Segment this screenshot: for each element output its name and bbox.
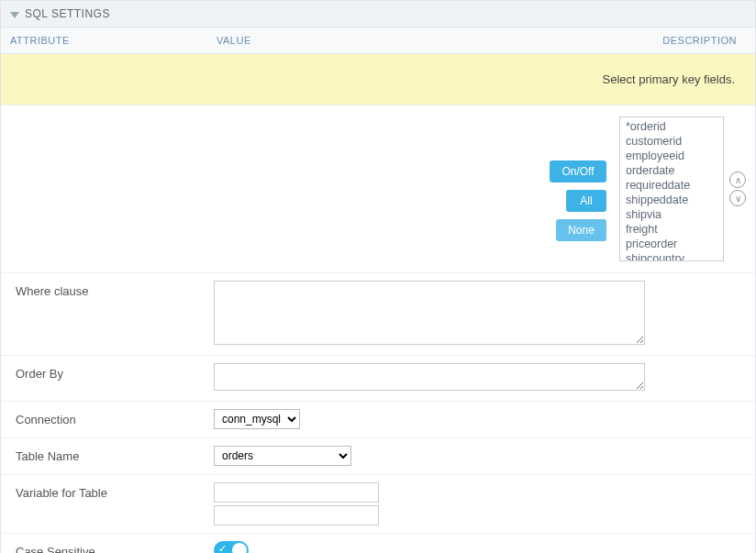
primary-key-row: On/Off All None *orderidcustomeridemploy… — [1, 105, 755, 273]
case-sensitive-label: Case Sensitive — [1, 541, 214, 553]
orderby-textarea[interactable] — [214, 363, 645, 391]
table-select[interactable]: orders — [214, 446, 351, 466]
primary-key-label — [1, 113, 214, 265]
panel-header[interactable]: SQL SETTINGS — [1, 1, 755, 28]
pk-none-button[interactable]: None — [556, 219, 606, 241]
case-sensitive-toggle[interactable] — [214, 541, 249, 553]
pk-field-item[interactable]: customerid — [626, 134, 717, 149]
orderby-label: Order By — [1, 363, 214, 384]
primary-key-fields-list[interactable]: *orderidcustomeridemployeeidorderdatereq… — [619, 116, 724, 261]
var-table-row: Variable for Table — [1, 475, 755, 534]
sql-settings-panel: SQL SETTINGS ATTRIBUTE VALUE DESCRIPTION… — [0, 0, 756, 553]
pk-field-item[interactable]: employeeid — [626, 149, 717, 163]
pk-all-button[interactable]: All — [566, 190, 606, 212]
where-label: Where clause — [1, 281, 214, 302]
pk-field-item[interactable]: shipvia — [626, 207, 717, 222]
col-attribute: ATTRIBUTE — [1, 28, 207, 53]
var-table-label: Variable for Table — [1, 482, 214, 503]
primary-key-description: Select primary key fields. — [1, 54, 755, 105]
panel-title: SQL SETTINGS — [25, 7, 110, 20]
orderby-row: Order By — [1, 356, 755, 402]
var-table-input-2[interactable] — [214, 505, 379, 525]
where-row: Where clause — [1, 273, 755, 356]
var-table-input-1[interactable] — [214, 482, 379, 503]
connection-label: Connection — [1, 409, 214, 430]
pk-field-item[interactable]: requireddate — [626, 178, 717, 193]
table-row: Table Name orders — [1, 438, 755, 475]
move-up-icon[interactable]: ∧ — [729, 171, 746, 188]
table-label: Table Name — [1, 446, 214, 467]
move-down-icon[interactable]: ∨ — [729, 190, 746, 206]
pk-field-item[interactable]: freight — [626, 222, 717, 237]
collapse-caret-icon — [10, 12, 19, 18]
col-description: DESCRIPTION — [636, 28, 755, 53]
connection-select[interactable]: conn_mysql — [214, 409, 300, 429]
pk-field-item[interactable]: *orderid — [626, 119, 717, 134]
pk-field-item[interactable]: shippeddate — [626, 193, 717, 207]
where-textarea[interactable] — [214, 281, 645, 345]
case-sensitive-row: Case Sensitive — [1, 534, 755, 553]
pk-onoff-button[interactable]: On/Off — [550, 160, 606, 182]
pk-field-item[interactable]: shipcountry — [626, 251, 717, 261]
pk-field-item[interactable]: orderdate — [626, 163, 717, 178]
col-value: VALUE — [207, 28, 636, 53]
connection-row: Connection conn_mysql — [1, 402, 755, 438]
columns-header: ATTRIBUTE VALUE DESCRIPTION — [1, 28, 755, 54]
pk-field-item[interactable]: priceorder — [626, 237, 717, 251]
